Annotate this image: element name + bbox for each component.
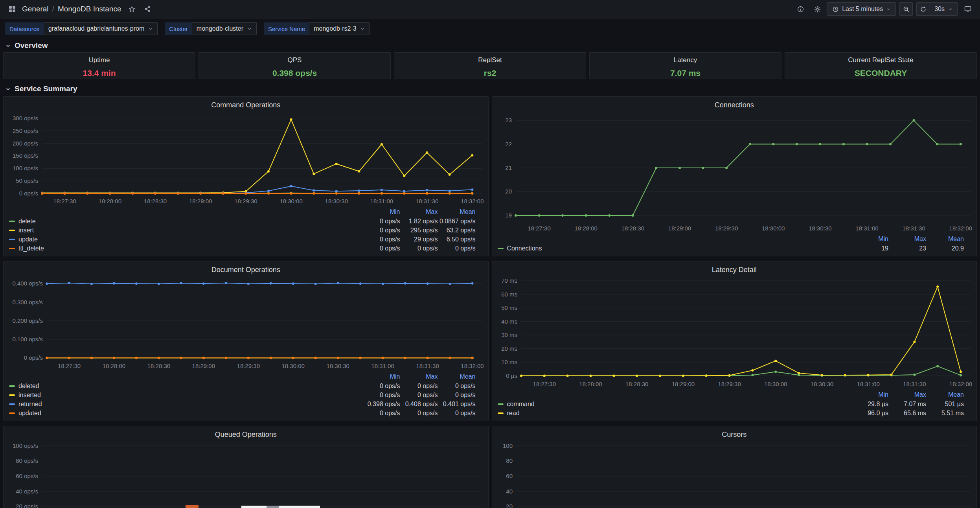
chevron-down-icon	[360, 26, 365, 31]
svg-text:18:31:00: 18:31:00	[371, 363, 394, 369]
stat-title: ReplSet	[478, 56, 502, 64]
variable-label-cluster: Cluster	[165, 22, 192, 35]
legend-stat-value: 0 ops/s	[400, 392, 438, 399]
legend-series-toggle[interactable]: insert	[9, 227, 362, 234]
chart-canvas[interactable]: 70 ms60 ms50 ms40 ms30 ms20 ms10 ms0 µs1…	[497, 276, 972, 389]
apps-grid-icon	[9, 6, 16, 13]
variable-cluster: Clustermongodb-cluster	[165, 22, 257, 35]
panel-title[interactable]: Cursors	[497, 429, 972, 440]
legend-series-toggle[interactable]: command	[498, 401, 851, 408]
svg-text:70 ms: 70 ms	[501, 277, 517, 284]
refresh-button[interactable]	[916, 2, 930, 16]
legend-stat-value: 23	[888, 245, 926, 252]
legend-stat-value: 5.51 ms	[926, 410, 964, 417]
legend-stat-value: 29.8 µs	[851, 401, 888, 408]
chart-plot-area[interactable]: 300 ops/s250 ops/s200 ops/s150 ops/s100 …	[8, 111, 484, 206]
legend-series-toggle[interactable]: read	[498, 410, 851, 417]
legend-series-toggle[interactable]: Connections	[498, 245, 851, 252]
svg-text:0.400 ops/s: 0.400 ops/s	[12, 280, 43, 287]
legend-col-header[interactable]: Mean	[438, 373, 476, 380]
svg-text:60: 60	[506, 473, 513, 479]
search-minus-icon	[903, 6, 910, 13]
chart-canvas[interactable]: 232221201918:27:3018:28:0018:28:3018:29:…	[497, 111, 972, 234]
svg-text:18:28:00: 18:28:00	[99, 198, 121, 204]
legend-series-toggle[interactable]: deleted	[9, 383, 362, 390]
stat-title: QPS	[288, 56, 302, 64]
svg-text:300 ops/s: 300 ops/s	[13, 115, 38, 121]
variable-value-datasource[interactable]: grafanacloud-gabrielantunes-prom	[44, 22, 158, 35]
svg-text:18:30:00: 18:30:00	[279, 198, 302, 204]
section-overview[interactable]: Overview	[3, 39, 977, 52]
panel-title[interactable]: Command Operations	[8, 99, 484, 111]
star-icon	[128, 6, 136, 13]
legend-stat-value: 0 ops/s	[362, 383, 400, 390]
panel-title[interactable]: Queued Operations	[8, 429, 484, 440]
chart-legend: MinMaxMeandelete0 ops/s1.82 ops/s0.0867 …	[8, 206, 484, 253]
legend-col-header[interactable]: Min	[362, 373, 400, 380]
stat-title: Current ReplSet State	[848, 56, 913, 64]
svg-text:20: 20	[506, 503, 513, 508]
legend-stat-value: 501 µs	[926, 401, 964, 408]
chart-plot-area[interactable]: 0.400 ops/s0.300 ops/s0.200 ops/s0.100 o…	[8, 276, 484, 371]
legend-series-toggle[interactable]: update	[9, 236, 362, 243]
legend-col-header[interactable]: Max	[400, 208, 438, 215]
legend-row: inserted0 ops/s0 ops/s0 ops/s	[9, 390, 476, 399]
legend-stat-value: 0 ops/s	[400, 410, 438, 417]
stat-title: Uptime	[89, 56, 110, 64]
chart-canvas[interactable]: 100806040200	[497, 440, 972, 508]
section-title: Service Summary	[15, 85, 77, 93]
zoom-out-time-button[interactable]	[899, 2, 913, 16]
chart-plot-area[interactable]: 100 ops/s80 ops/s60 ops/s40 ops/s20 ops/…	[8, 440, 484, 508]
chart-plot-area[interactable]: 100806040200	[497, 440, 972, 508]
svg-text:18:31:30: 18:31:30	[903, 381, 926, 387]
variable-label-datasource: Datasource	[5, 22, 44, 35]
legend-col-header[interactable]: Min	[362, 208, 400, 215]
chart-canvas[interactable]: 300 ops/s250 ops/s200 ops/s150 ops/s100 …	[8, 111, 484, 206]
svg-text:18:30:30: 18:30:30	[809, 225, 831, 232]
variable-label-service-name: Service Name	[264, 22, 309, 35]
svg-text:18:27:30: 18:27:30	[58, 363, 81, 369]
variable-value-cluster[interactable]: mongodb-cluster	[192, 22, 257, 35]
svg-text:200 ops/s: 200 ops/s	[13, 140, 38, 147]
svg-text:18:28:30: 18:28:30	[625, 381, 648, 387]
legend-col-header[interactable]: Mean	[926, 236, 964, 243]
legend-col-header[interactable]: Min	[851, 391, 888, 398]
breadcrumb-dashboard: MongoDB Instance	[58, 5, 121, 13]
legend-col-header[interactable]: Mean	[926, 391, 964, 398]
share-dashboard-button[interactable]	[141, 2, 154, 16]
legend-col-header[interactable]: Max	[400, 373, 438, 380]
chart-canvas[interactable]: 0.400 ops/s0.300 ops/s0.200 ops/s0.100 o…	[8, 276, 484, 371]
legend-series-toggle[interactable]: returned	[9, 401, 362, 408]
time-range-picker[interactable]: Last 5 minutes	[827, 2, 896, 16]
legend-series-toggle[interactable]: updated	[9, 410, 362, 417]
legend-series-toggle[interactable]: delete	[9, 218, 362, 225]
refresh-button-group: 30s	[916, 2, 958, 16]
stat-panel-replset: ReplSetrs2	[394, 52, 586, 79]
dashboard-settings-button[interactable]	[811, 2, 824, 16]
apps-menu-button[interactable]	[6, 2, 19, 16]
top-navigation: General / MongoDB Instance Last 5 minute…	[0, 0, 980, 18]
legend-col-header[interactable]: Max	[888, 236, 926, 243]
legend-col-header[interactable]: Max	[888, 391, 926, 398]
chart-plot-area[interactable]: 70 ms60 ms50 ms40 ms30 ms20 ms10 ms0 µs1…	[497, 276, 972, 389]
kiosk-mode-button[interactable]	[961, 2, 974, 16]
legend-col-header[interactable]: Min	[851, 236, 888, 243]
variable-value-service-name[interactable]: mongodb-rs2-3	[309, 22, 370, 35]
svg-text:18:29:00: 18:29:00	[671, 381, 694, 387]
chart-canvas[interactable]: 100 ops/s80 ops/s60 ops/s40 ops/s20 ops/…	[8, 440, 484, 508]
star-dashboard-button[interactable]	[125, 2, 138, 16]
svg-text:0.300 ops/s: 0.300 ops/s	[12, 299, 43, 306]
legend-series-toggle[interactable]: inserted	[9, 392, 362, 399]
panel-title[interactable]: Connections	[497, 99, 972, 111]
dashboard-insights-button[interactable]	[794, 2, 807, 16]
refresh-icon	[920, 6, 927, 13]
monitor-icon	[964, 5, 972, 13]
refresh-interval-picker[interactable]: 30s	[930, 2, 958, 16]
breadcrumb-folder[interactable]: General	[22, 5, 49, 13]
panel-title[interactable]: Document Operations	[8, 264, 484, 276]
section-service-summary[interactable]: Service Summary	[3, 82, 977, 96]
chart-plot-area[interactable]: 232221201918:27:3018:28:0018:28:3018:29:…	[497, 111, 972, 234]
panel-title[interactable]: Latency Detail	[497, 264, 972, 276]
legend-col-header[interactable]: Mean	[438, 208, 476, 215]
legend-series-toggle[interactable]: ttl_delete	[9, 245, 362, 252]
